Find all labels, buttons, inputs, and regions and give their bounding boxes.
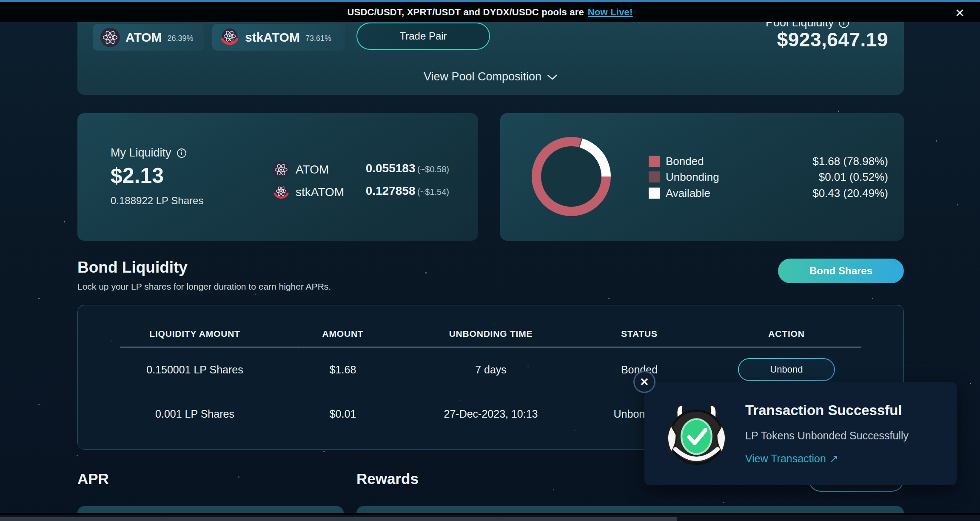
token-chip-stkatom: stkATOM 73.61% — [212, 24, 345, 51]
asset-token-name: ATOM — [296, 163, 329, 177]
col-header-unbonding-time: UNBONDING TIME — [449, 329, 533, 339]
my-liquidity-shares: 0.188922 LP Shares — [111, 195, 203, 207]
transaction-toast: ✕ Transaction Successful LP Tokens Unbon… — [644, 382, 957, 485]
legend-swatch — [649, 156, 660, 167]
asset-amount-atom: 0.055183 (~$0.58) — [366, 162, 449, 175]
legend-row-unbonding: Unbonding $0.01 (0.52%) — [649, 171, 888, 183]
asset-amount-stkatom: 0.127858 (~$1.54) — [366, 184, 449, 198]
now-live-link[interactable]: Now Live! — [588, 7, 633, 18]
row1-unbonding-time: 7 days — [475, 364, 507, 376]
bond-shares-button[interactable]: Bond Shares — [778, 259, 904, 283]
stkatom-token-icon — [220, 28, 239, 47]
row2-amount: $0.01 — [330, 408, 356, 420]
token-chip-atom: ATOM 26.39% — [93, 24, 204, 51]
liquidity-breakdown-card: Bonded $1.68 (78.98%) Unbonding $0.01 (0… — [500, 113, 904, 241]
info-icon[interactable] — [177, 148, 187, 158]
col-header-status: STATUS — [621, 329, 658, 339]
row2-liquidity: 0.001 LP Shares — [155, 408, 234, 420]
atom-token-icon — [273, 161, 290, 178]
token-share: 73.61% — [305, 34, 331, 43]
chevron-down-icon — [547, 74, 558, 80]
col-header-liquidity-amount: LIQUIDITY AMOUNT — [149, 329, 240, 339]
token-share: 26.39% — [168, 34, 194, 43]
toast-message: LP Tokens Unbonded Successfully — [745, 430, 909, 442]
my-liquidity-value: $2.13 — [111, 163, 164, 188]
view-pool-composition-toggle[interactable]: View Pool Composition — [424, 70, 558, 83]
legend-swatch — [649, 171, 660, 182]
col-header-action: ACTION — [768, 329, 804, 339]
external-link-icon: ↗ — [829, 453, 838, 465]
view-transaction-link[interactable]: View Transaction ↗ — [745, 453, 838, 465]
banner-close-icon[interactable]: ✕ — [955, 6, 965, 20]
row1-amount: $1.68 — [330, 364, 356, 376]
table-header-divider — [120, 347, 861, 347]
rewards-section-title: Rewards — [356, 470, 419, 487]
legend-row-available: Available $0.43 (20.49%) — [649, 187, 888, 199]
row1-unbond-button[interactable]: Unbond — [738, 358, 835, 381]
my-liquidity-card: My Liquidity $2.13 0.188922 LP Shares AT… — [77, 113, 478, 241]
token-name: stkATOM — [245, 30, 300, 45]
atom-token-icon — [100, 28, 120, 47]
pool-page: USDC/USDT, XPRT/USDT and DYDX/USDC pools… — [0, 0, 980, 521]
liquidity-donut — [532, 137, 611, 216]
horizontal-scrollbar-thumb[interactable] — [0, 517, 677, 521]
legend-row-bonded: Bonded $1.68 (78.98%) — [649, 155, 888, 168]
my-liquidity-title: My Liquidity — [111, 146, 171, 159]
legend-swatch — [649, 188, 660, 199]
stkatom-token-icon — [273, 184, 290, 201]
pool-liquidity-value: $923,647.19 — [777, 28, 888, 51]
col-header-amount: AMOUNT — [322, 329, 364, 339]
bond-liquidity-title: Bond Liquidity — [77, 259, 188, 276]
toast-title: Transaction Successful — [745, 402, 902, 419]
asset-token-name: stkATOM — [296, 185, 344, 199]
row1-liquidity: 0.150001 LP Shares — [146, 364, 243, 376]
row2-unbonding-time: 27-Dec-2023, 10:13 — [444, 408, 538, 420]
banner-message: USDC/USDT, XPRT/USDT and DYDX/USDC pools… — [347, 7, 584, 18]
token-name: ATOM — [125, 30, 162, 45]
toast-close-icon[interactable]: ✕ — [633, 371, 655, 393]
bond-liquidity-subtitle: Lock up your LP shares for longer durati… — [77, 282, 331, 292]
trade-pair-button[interactable]: Trade Pair — [356, 23, 490, 50]
robot-success-icon — [655, 400, 738, 472]
announcement-banner: USDC/USDT, XPRT/USDT and DYDX/USDC pools… — [0, 0, 980, 22]
apr-section-title: APR — [77, 470, 109, 487]
